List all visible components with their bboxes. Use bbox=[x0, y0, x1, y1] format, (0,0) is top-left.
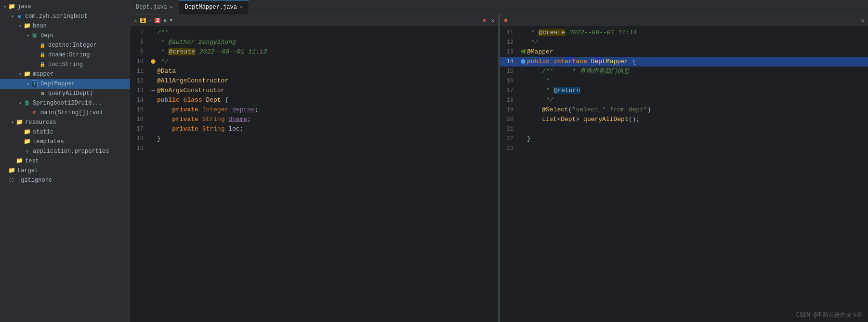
code-line: 9 * @create 2022--08--01 11:13 bbox=[130, 47, 498, 57]
code-line: 14 ⬤ public interface DeptMapper { bbox=[500, 57, 868, 67]
sidebar-item-com.zyh.springboot[interactable]: ▾▣com.zyh.springboot bbox=[0, 12, 130, 21]
sidebar-item-target[interactable]: 📁target bbox=[0, 166, 130, 175]
tree-label-Dept: Dept bbox=[40, 32, 54, 39]
editor-header-right-bar: m≡ ✕ bbox=[500, 14, 868, 26]
warning-count: 1 bbox=[140, 18, 146, 23]
tree-icon-Springboot12Druid: S bbox=[23, 99, 31, 107]
tree-label-loc: loc:String bbox=[48, 61, 83, 68]
tab-dept-label: Dept.java bbox=[136, 4, 167, 11]
sidebar-item-loc[interactable]: 🔒loc:String bbox=[0, 60, 130, 69]
tree-label-deptno: deptno:Integer bbox=[48, 42, 97, 49]
sidebar-item-mapper[interactable]: ▾📁mapper bbox=[0, 69, 130, 79]
sidebar-item-resources[interactable]: ▾📁resources bbox=[0, 118, 130, 127]
editor1-file-icon: m≡ bbox=[483, 17, 489, 23]
file-tree[interactable]: ▾📁java▾▣com.zyh.springboot▾📁bean▾CDept🔒d… bbox=[0, 0, 130, 322]
sidebar-item-bean[interactable]: ▾📁bean bbox=[0, 21, 130, 31]
tab-deptmapper-close[interactable]: ✕ bbox=[240, 4, 243, 10]
tree-icon-DeptMapper: I bbox=[31, 80, 39, 88]
tree-icon-templates: 📁 bbox=[23, 138, 31, 146]
sidebar-item-application.properties[interactable]: ⚙application.properties bbox=[0, 147, 130, 156]
tree-icon-loc: 🔒 bbox=[39, 61, 46, 68]
code-line: 23 bbox=[500, 144, 868, 153]
editor-pane-right: m≡ ✕ 11 * @create 2022--08--01 11:14 12 bbox=[500, 14, 868, 322]
code-line: 7 /** bbox=[130, 28, 498, 38]
tab-bar: Dept.java ✕ DeptMapper.java ✕ bbox=[130, 0, 868, 14]
code-line: 14 public class Dept { bbox=[130, 95, 498, 105]
tree-icon-main: m bbox=[31, 109, 39, 117]
sidebar-item-test[interactable]: 📁test bbox=[0, 156, 130, 166]
tree-arrow-java: ▾ bbox=[2, 4, 8, 10]
tree-icon-static: 📁 bbox=[23, 128, 31, 136]
tree-label-bean: bean bbox=[33, 23, 47, 29]
tree-arrow-Dept: ▾ bbox=[25, 33, 31, 39]
tree-arrow-mapper: ▾ bbox=[17, 71, 23, 77]
code-line: 18 */ bbox=[500, 95, 868, 105]
error-icon: ✓ bbox=[149, 17, 152, 24]
tree-label-target: target bbox=[17, 167, 38, 174]
tree-label-com.zyh.springboot: com.zyh.springboot bbox=[25, 13, 88, 20]
warning-icon: ⚠ bbox=[134, 17, 137, 24]
sidebar-item-templates[interactable]: 📁templates bbox=[0, 137, 130, 147]
editors-container: ⚠ 1 ✓ 2 ▲ ▼ m≡ ✕ 7 /** bbox=[130, 14, 868, 322]
tree-label-dname: dname:String bbox=[48, 52, 90, 58]
code-line: 16 * bbox=[500, 76, 868, 86]
code-line: 15 /** * 查询所有部门信息 bbox=[500, 67, 868, 76]
tree-label-Springboot12Druid: Springboot12Druid... bbox=[33, 100, 102, 107]
code-line: 17 private String loc; bbox=[130, 124, 498, 134]
code-line: 15 private Integer deptno; bbox=[130, 105, 498, 115]
code-line: 21 bbox=[500, 124, 868, 134]
sidebar-item-deptno[interactable]: 🔒deptno:Integer bbox=[0, 40, 130, 50]
nav-down-icon[interactable]: ▼ bbox=[170, 17, 173, 23]
error-count: 2 bbox=[155, 18, 160, 23]
editor-header-left: ⚠ 1 ✓ 2 ▲ ▼ m≡ ✕ bbox=[130, 14, 498, 26]
sidebar-item-queryAllDept[interactable]: mqueryAllDept( bbox=[0, 89, 130, 98]
tab-dept[interactable]: Dept.java ✕ bbox=[130, 0, 179, 14]
code-area-right[interactable]: 11 * @create 2022--08--01 11:14 12 */ 13… bbox=[500, 26, 868, 322]
tree-arrow-resources: ▾ bbox=[10, 120, 15, 125]
tree-label-static: static bbox=[33, 129, 53, 135]
sidebar-item-Dept[interactable]: ▾CDept bbox=[0, 31, 130, 40]
sidebar-item-DeptMapper[interactable]: ▾IDeptMapper bbox=[0, 79, 130, 89]
tree-label-mapper: mapper bbox=[33, 71, 53, 78]
tree-icon-queryAllDept: m bbox=[39, 90, 46, 97]
code-line: 12 @AllArgsConstructor bbox=[130, 76, 498, 86]
nav-up-icon[interactable]: ▲ bbox=[163, 17, 167, 23]
editor2-close-icon[interactable]: ✕ bbox=[861, 17, 864, 24]
tree-label-test: test bbox=[25, 158, 39, 164]
sidebar-item-static[interactable]: 📁static bbox=[0, 127, 130, 137]
code-area-left[interactable]: 7 /** 8 * @author zengyihong 9 * @create… bbox=[130, 26, 498, 322]
tree-arrow-bean: ▾ bbox=[17, 23, 23, 29]
tree-icon-resources: 📁 bbox=[15, 119, 23, 126]
tab-deptmapper-label: DeptMapper.java bbox=[185, 4, 237, 11]
code-line: 17 * @return bbox=[500, 86, 868, 95]
code-line: 13 — @NoArgsConstructor bbox=[130, 86, 498, 95]
tree-label-application.properties: application.properties bbox=[33, 148, 109, 155]
tree-icon-target: 📁 bbox=[8, 167, 15, 174]
tree-label-java: java bbox=[17, 3, 31, 10]
sidebar-item-.gitignore[interactable]: ⬡.gitignore bbox=[0, 175, 130, 185]
tree-icon-dname: 🔒 bbox=[39, 51, 46, 59]
editor1-close-icon[interactable]: ✕ bbox=[491, 17, 494, 24]
code-line: 20 List<Dept> queryAllDept(); bbox=[500, 115, 868, 124]
tree-arrow-com.zyh.springboot: ▾ bbox=[10, 13, 15, 19]
tree-label-queryAllDept: queryAllDept( bbox=[48, 90, 93, 97]
tree-label-DeptMapper: DeptMapper bbox=[40, 80, 75, 87]
tree-icon-test: 📁 bbox=[15, 157, 23, 165]
code-line: 10 ⬤ */ bbox=[130, 57, 498, 67]
tree-icon-com.zyh.springboot: ▣ bbox=[15, 13, 23, 20]
editor2-file-icon: m≡ bbox=[504, 17, 510, 23]
editor-pane-left: ⚠ 1 ✓ 2 ▲ ▼ m≡ ✕ 7 /** bbox=[130, 14, 498, 322]
tree-label-resources: resources bbox=[25, 119, 56, 126]
tree-label-main: main(String[]):voi bbox=[40, 109, 103, 116]
sidebar-item-main[interactable]: mmain(String[]):voi bbox=[0, 108, 130, 118]
tab-deptmapper[interactable]: DeptMapper.java ✕ bbox=[179, 0, 249, 14]
tab-dept-close[interactable]: ✕ bbox=[170, 4, 173, 10]
code-line: 19 bbox=[130, 144, 498, 153]
code-line: 19 @Select("select * from dept") bbox=[500, 105, 868, 115]
sidebar-item-java[interactable]: ▾📁java bbox=[0, 2, 130, 12]
tree-icon-mapper: 📁 bbox=[23, 70, 31, 78]
sidebar-item-Springboot12Druid[interactable]: ▾SSpringboot12Druid... bbox=[0, 98, 130, 108]
tree-label-templates: templates bbox=[33, 138, 64, 145]
sidebar-item-dname[interactable]: 🔒dname:String bbox=[0, 50, 130, 60]
tree-arrow-Springboot12Druid: ▾ bbox=[17, 100, 23, 106]
